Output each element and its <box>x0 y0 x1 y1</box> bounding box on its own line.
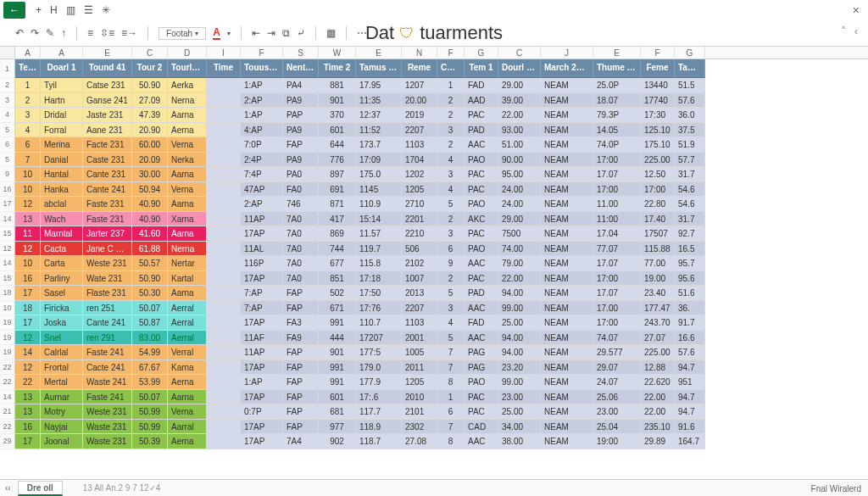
cell[interactable]: 22.00 <box>641 404 675 420</box>
cell[interactable]: 50.57 <box>132 256 168 271</box>
cell[interactable] <box>207 360 241 376</box>
cell[interactable]: 94.7 <box>675 360 705 376</box>
column-header[interactable]: Tour 2 <box>132 59 168 78</box>
cell[interactable]: 79.3P <box>593 108 641 123</box>
cell[interactable]: 7A0 <box>283 212 319 227</box>
cell[interactable]: 902 <box>319 434 356 449</box>
cell[interactable]: Forral <box>41 123 83 138</box>
cell[interactable]: 16.5 <box>675 242 705 257</box>
cell[interactable]: 3 <box>437 167 465 182</box>
row-number[interactable]: 19 <box>0 345 15 360</box>
cell[interactable]: 57.6 <box>675 93 705 109</box>
cell[interactable]: 74.00 <box>498 242 541 257</box>
cell[interactable]: 977 <box>319 420 356 435</box>
cell[interactable]: 17:00 <box>593 271 641 287</box>
cell[interactable]: AAC <box>465 256 498 271</box>
cell[interactable]: 95.7 <box>675 256 705 271</box>
cell[interactable]: PAG <box>465 345 498 360</box>
cell[interactable]: 27.08 <box>402 434 437 449</box>
row-number[interactable]: 22 <box>0 420 15 435</box>
row-number[interactable]: 5 <box>0 123 15 138</box>
cell[interactable]: Facte 231 <box>83 137 132 153</box>
grid-icon[interactable]: ▥ <box>66 4 75 16</box>
cell[interactable]: 601 <box>319 390 356 405</box>
brush-icon[interactable]: ✎ <box>46 27 54 39</box>
cell[interactable]: 17AP <box>241 360 283 376</box>
cell[interactable]: 601 <box>319 123 356 138</box>
column-letter[interactable]: G <box>675 47 705 59</box>
cell[interactable]: 7500 <box>498 226 541 242</box>
cell[interactable]: FAP <box>283 420 319 435</box>
cell[interactable] <box>207 420 241 435</box>
cell[interactable] <box>207 315 241 331</box>
cell[interactable]: NEAM <box>541 404 593 420</box>
column-header[interactable]: Tam 7 <box>675 59 705 78</box>
cell[interactable]: 25.0P <box>593 78 641 93</box>
cell[interactable]: Verna <box>168 182 207 198</box>
cell[interactable]: 7A0 <box>283 226 319 242</box>
cell[interactable]: AAC <box>465 301 498 316</box>
cell[interactable]: PAO <box>465 242 498 257</box>
cell[interactable]: 94.7 <box>675 404 705 420</box>
cell[interactable]: 77.00 <box>641 256 675 271</box>
cell[interactable]: 24.00 <box>498 197 541 212</box>
cell[interactable] <box>207 212 241 227</box>
cell[interactable]: Firicka <box>41 301 83 316</box>
cell[interactable]: Calrlal <box>41 345 83 360</box>
cell[interactable]: 4 <box>437 182 465 198</box>
cell[interactable]: FAP <box>283 390 319 405</box>
column-header[interactable]: March 2021 <box>541 59 593 78</box>
cell[interactable]: 77.07 <box>593 242 641 257</box>
cell[interactable]: 7 <box>437 345 465 360</box>
row-number[interactable]: 5 <box>0 153 15 168</box>
cell[interactable]: Mertal <box>41 375 83 390</box>
cell[interactable]: 51.5 <box>675 78 705 93</box>
cell[interactable]: 506 <box>402 242 437 257</box>
column-letter[interactable]: W <box>319 47 356 59</box>
column-header[interactable]: Nentl 2 <box>283 59 319 78</box>
cell[interactable]: FAP <box>283 286 319 301</box>
cell[interactable]: 2102 <box>402 256 437 271</box>
row-number[interactable]: 2 <box>0 78 15 93</box>
cell[interactable]: 9 <box>437 256 465 271</box>
row-number[interactable]: 15 <box>0 226 15 242</box>
column-letter[interactable]: A <box>15 47 41 59</box>
cell[interactable]: AAC <box>465 434 498 449</box>
cell[interactable]: NEAM <box>541 420 593 435</box>
cell[interactable]: Jane C 231 <box>83 242 132 257</box>
cell[interactable]: 67.67 <box>132 360 168 376</box>
cell[interactable]: 1103 <box>402 137 437 153</box>
cell[interactable]: 53.99 <box>132 375 168 390</box>
cell[interactable]: 92.7 <box>675 226 705 242</box>
collapse-icon[interactable]: ⇤ <box>252 27 260 39</box>
sort-asc-icon[interactable]: ˄ <box>841 25 846 37</box>
cell[interactable]: 115.8 <box>356 256 402 271</box>
cell[interactable]: 22.620 <box>641 375 675 390</box>
cell[interactable] <box>207 331 241 346</box>
cell[interactable]: Verral <box>168 345 207 360</box>
cell[interactable]: 93.00 <box>498 123 541 138</box>
row-number[interactable]: 14 <box>0 390 15 405</box>
cell[interactable]: 17:00 <box>641 182 675 198</box>
column-letter[interactable]: C <box>132 47 168 59</box>
cell[interactable]: 20.90 <box>132 123 168 138</box>
row-number[interactable]: 22 <box>0 375 15 390</box>
column-letter[interactable]: A <box>41 47 83 59</box>
cell[interactable]: FAP <box>283 345 319 360</box>
cell[interactable]: FA3 <box>283 315 319 331</box>
cell[interactable]: 29.07 <box>593 360 641 376</box>
cell[interactable]: 179.0 <box>356 360 402 376</box>
cell[interactable]: 31.7 <box>675 212 705 227</box>
cell[interactable]: 12.88 <box>641 360 675 376</box>
cell[interactable]: 11:52 <box>356 123 402 138</box>
cell[interactable]: FAP <box>283 360 319 376</box>
undo-icon[interactable]: ↶ <box>15 27 24 39</box>
cell[interactable]: 6 <box>15 137 41 153</box>
cell[interactable]: 17:00 <box>593 153 641 168</box>
cell[interactable]: 17.00 <box>593 301 641 316</box>
wrap-icon[interactable]: ⤶ <box>297 27 305 39</box>
cell[interactable]: 11 <box>15 226 41 242</box>
border-icon[interactable]: ▦ <box>326 27 336 39</box>
cell[interactable]: 17 <box>15 286 41 301</box>
cell[interactable]: 7A0 <box>283 242 319 257</box>
